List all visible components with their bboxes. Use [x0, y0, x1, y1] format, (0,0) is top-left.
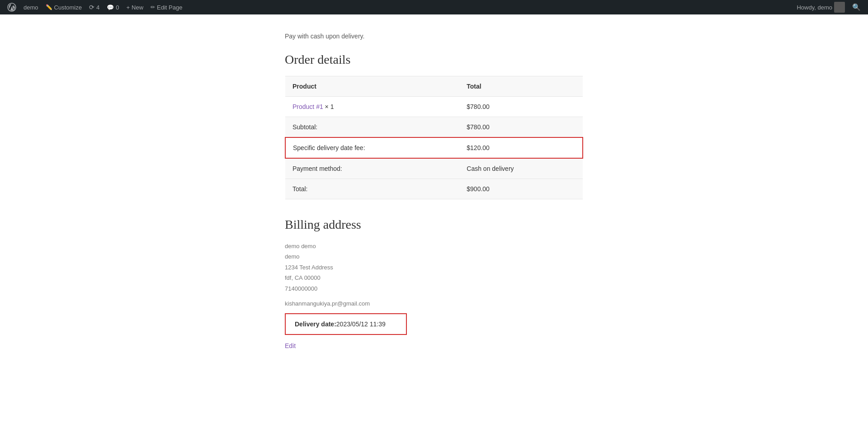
billing-name: demo demo	[285, 241, 583, 251]
comments-icon: 💬	[107, 4, 114, 11]
product-total-cell: $780.00	[459, 97, 583, 117]
search-icon: 🔍	[852, 3, 861, 11]
wp-logo-menu[interactable]	[4, 0, 20, 14]
admin-bar: demo ✏️ Customize ⟳ 4 💬 0 + New ✏ Edit P…	[0, 0, 868, 14]
edit-page-icon: ✏	[151, 4, 155, 10]
delivery-fee-label-cell: Specific delivery date fee:	[285, 137, 459, 158]
total-value-cell: $900.00	[459, 179, 583, 199]
edit-page-label: Edit Page	[157, 4, 182, 11]
product-qty: × 1	[325, 103, 334, 110]
howdy-label: Howdy, demo	[797, 4, 832, 11]
customize-menu[interactable]: ✏️ Customize	[42, 0, 85, 14]
customize-label: Customize	[54, 4, 82, 11]
col-product-header: Product	[285, 76, 459, 97]
product-cell: Product #1 × 1	[285, 97, 459, 117]
delivery-fee-value-cell: $120.00	[459, 137, 583, 158]
updates-count: 4	[96, 4, 99, 11]
customize-icon: ✏️	[46, 4, 52, 10]
delivery-date-box: Delivery date:2023/05/12 11:39	[285, 313, 407, 335]
table-row: Payment method: Cash on delivery	[285, 158, 583, 179]
table-row: Product #1 × 1 $780.00	[285, 97, 583, 117]
search-menu[interactable]: 🔍	[849, 0, 864, 14]
billing-address-block: demo demo demo 1234 Test Address fdf, CA…	[285, 241, 583, 294]
updates-menu[interactable]: ⟳ 4	[85, 0, 103, 14]
comments-count: 0	[116, 4, 119, 11]
new-label: New	[132, 4, 143, 11]
site-name-label: demo	[24, 4, 38, 11]
avatar	[834, 2, 845, 13]
billing-address-title: Billing address	[285, 217, 583, 232]
site-name-menu[interactable]: demo	[20, 0, 42, 14]
table-row: Subtotal: $780.00	[285, 117, 583, 138]
page-content: Pay with cash upon delivery. Order detai…	[0, 14, 868, 377]
billing-street: 1234 Test Address	[285, 262, 583, 273]
billing-section: Billing address demo demo demo 1234 Test…	[285, 217, 583, 349]
total-label-cell: Total:	[285, 179, 459, 199]
subtotal-label-cell: Subtotal:	[285, 117, 459, 138]
user-menu[interactable]: Howdy, demo	[793, 0, 849, 14]
col-total-header: Total	[459, 76, 583, 97]
new-menu[interactable]: + New	[123, 0, 147, 14]
billing-city-state: fdf, CA 00000	[285, 273, 583, 283]
payment-method-value-cell: Cash on delivery	[459, 158, 583, 179]
billing-company: demo	[285, 251, 583, 262]
delivery-date-text: Delivery date:2023/05/12 11:39	[295, 320, 386, 328]
order-details-title: Order details	[285, 52, 583, 67]
updates-icon: ⟳	[89, 4, 94, 11]
billing-phone: 7140000000	[285, 283, 583, 294]
delivery-fee-row: Specific delivery date fee: $120.00	[285, 137, 583, 158]
table-row: Total: $900.00	[285, 179, 583, 199]
order-table: Product Total Product #1 × 1 $780.00 Sub…	[285, 76, 583, 199]
edit-link[interactable]: Edit	[285, 342, 296, 349]
product-link[interactable]: Product #1	[292, 103, 323, 110]
payment-method-label-cell: Payment method:	[285, 158, 459, 179]
delivery-date-label: Delivery date:	[295, 320, 336, 328]
content-wrapper: Pay with cash upon delivery. Order detai…	[285, 33, 583, 358]
plus-icon: +	[126, 4, 130, 11]
billing-email: kishanmangukiya.pr@gmail.com	[285, 300, 583, 307]
pay-notice: Pay with cash upon delivery.	[285, 33, 583, 40]
subtotal-value-cell: $780.00	[459, 117, 583, 138]
comments-menu[interactable]: 💬 0	[103, 0, 123, 14]
delivery-date-value: 2023/05/12 11:39	[336, 320, 386, 328]
edit-page-menu[interactable]: ✏ Edit Page	[147, 0, 186, 14]
